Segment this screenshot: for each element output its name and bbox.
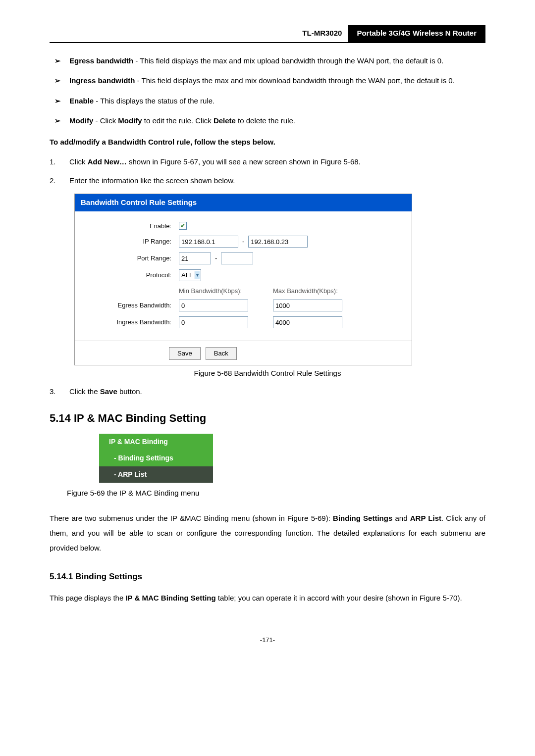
label-ip-range: IP Range: xyxy=(85,237,179,247)
protocol-value: ALL xyxy=(181,270,193,280)
bullet-modify: Modify - Click Modify to edit the rule. … xyxy=(50,115,485,127)
row-enable: Enable: ✔ xyxy=(85,221,402,231)
step-2: 2. Enter the information like the screen… xyxy=(50,175,485,187)
protocol-select[interactable]: ALL ▾ xyxy=(179,269,201,281)
section-heading: 5.14 IP & MAC Binding Setting xyxy=(50,410,485,426)
bold-binding-settings: Binding Settings xyxy=(333,514,392,522)
step-1: 1. Click Add New… shown in Figure 5-67, … xyxy=(50,156,485,168)
text: This page displays the xyxy=(50,594,125,602)
bold-add-new: Add New… xyxy=(88,157,127,166)
step-number: 1. xyxy=(50,156,56,168)
figure-69-caption: Figure 5-69 the IP & MAC Binding menu xyxy=(67,488,485,499)
product-model: TL-MR3020 xyxy=(296,25,348,42)
steps-list: 1. Click Add New… shown in Figure 5-67, … xyxy=(50,156,485,186)
step-number: 2. xyxy=(50,175,56,187)
row-ingress: Ingress Bandwidth: xyxy=(85,316,402,328)
label-protocol: Protocol: xyxy=(85,270,179,280)
bold-table-name: IP & MAC Binding Setting xyxy=(125,594,215,602)
menu-arp-list[interactable]: - ARP List xyxy=(99,466,213,483)
term: Enable xyxy=(69,97,94,105)
ip-start-input[interactable] xyxy=(179,236,238,248)
figure-bandwidth-control: Bandwidth Control Rule Settings Enable: … xyxy=(74,194,412,365)
bold-arp-list: ARP List xyxy=(410,514,441,522)
bandwidth-headers: Min Bandwidth(Kbps): Max Bandwidth(Kbps)… xyxy=(179,286,402,296)
bold-save: Save xyxy=(100,387,117,396)
bold-delete: Delete xyxy=(214,116,236,125)
text: There are two submenus under the IP &MAC… xyxy=(50,514,333,522)
label-port-range: Port Range: xyxy=(85,253,179,263)
row-egress: Egress Bandwidth: xyxy=(85,300,402,311)
text: - Click xyxy=(93,116,118,125)
bullet-enable: Enable - This displays the status of the… xyxy=(50,96,485,107)
back-button[interactable]: Back xyxy=(206,347,237,360)
label-egress: Egress Bandwidth: xyxy=(85,301,179,310)
bullet-egress: Egress bandwidth - This field displays t… xyxy=(50,55,485,67)
label-max-bw: Max Bandwidth(Kbps): xyxy=(273,286,338,296)
dash: - xyxy=(242,237,244,247)
text: Click xyxy=(69,157,88,166)
bold-modify: Modify xyxy=(118,116,142,125)
text: to edit the rule. Click xyxy=(142,116,214,125)
row-ip-range: IP Range: - xyxy=(85,236,402,248)
menu-parent[interactable]: IP & MAC Binding xyxy=(99,434,213,450)
subsection-heading: 5.14.1 Binding Settings xyxy=(50,570,485,583)
figure-body: Enable: ✔ IP Range: - Port Range: - Prot… xyxy=(75,211,412,341)
figure-footer: Save Back xyxy=(75,341,412,365)
term: Ingress bandwidth xyxy=(69,76,135,85)
page-header: TL-MR3020 Portable 3G/4G Wireless N Rout… xyxy=(50,25,485,43)
port-end-input[interactable] xyxy=(221,252,253,264)
chevron-down-icon: ▾ xyxy=(195,271,200,279)
text: - This displays the status of the rule. xyxy=(94,97,214,105)
submenu-figure: IP & MAC Binding - Binding Settings - AR… xyxy=(99,434,213,483)
text: shown in Figure 5-67, you will see a new… xyxy=(127,157,361,166)
dash: - xyxy=(215,253,217,263)
ip-end-input[interactable] xyxy=(248,236,308,248)
label-enable: Enable: xyxy=(85,221,179,231)
enable-checkbox[interactable]: ✔ xyxy=(179,222,187,230)
row-port-range: Port Range: - xyxy=(85,252,402,264)
steps-list-cont: 3. Click the Save button. xyxy=(50,386,485,398)
text: to delete the rule. xyxy=(236,116,295,125)
egress-min-input[interactable] xyxy=(179,300,248,311)
feature-bullet-list: Egress bandwidth - This field displays t… xyxy=(50,55,485,127)
step-number: 3. xyxy=(50,386,56,398)
term: Egress bandwidth xyxy=(69,56,133,65)
page-number: -171- xyxy=(50,635,485,645)
term: Modify xyxy=(69,116,93,125)
binding-paragraph: There are two submenus under the IP &MAC… xyxy=(50,511,485,555)
label-min-bw: Min Bandwidth(Kbps): xyxy=(179,286,273,296)
ingress-max-input[interactable] xyxy=(273,316,342,328)
text: Click the xyxy=(69,387,100,396)
egress-max-input[interactable] xyxy=(273,300,342,311)
text: - This field displays the max and mix up… xyxy=(133,56,443,65)
row-protocol: Protocol: ALL ▾ xyxy=(85,269,402,281)
menu-binding-settings[interactable]: - Binding Settings xyxy=(99,450,213,466)
subsection-paragraph: This page displays the IP & MAC Binding … xyxy=(50,591,485,605)
instruction-heading: To add/modify a Bandwidth Control rule, … xyxy=(50,137,485,148)
label-ingress: Ingress Bandwidth: xyxy=(85,317,179,327)
port-start-input[interactable] xyxy=(179,252,211,264)
figure-68-caption: Figure 5-68 Bandwidth Control Rule Setti… xyxy=(50,368,485,379)
save-button[interactable]: Save xyxy=(169,347,201,360)
product-title: Portable 3G/4G Wireless N Router xyxy=(348,25,485,42)
text: - This field displays the max and mix do… xyxy=(135,76,455,85)
step-3: 3. Click the Save button. xyxy=(50,386,485,398)
text: button. xyxy=(117,387,142,396)
bullet-ingress: Ingress bandwidth - This field displays … xyxy=(50,75,485,87)
figure-title: Bandwidth Control Rule Settings xyxy=(75,194,412,211)
text: and xyxy=(392,514,410,522)
ingress-min-input[interactable] xyxy=(179,316,248,328)
text: table; you can operate it in accord with… xyxy=(216,594,462,602)
text: Enter the information like the screen sh… xyxy=(69,176,235,185)
